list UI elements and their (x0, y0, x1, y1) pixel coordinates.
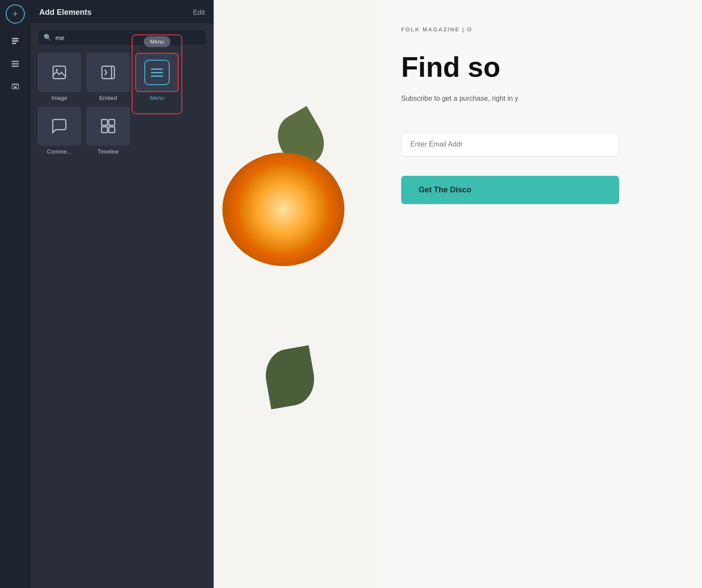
svg-rect-14 (109, 127, 115, 133)
orange-inner (240, 166, 327, 253)
menu-icon-box (135, 53, 179, 92)
leaf-decoration-2 (262, 345, 319, 409)
panel-header: Add Elements Edit (31, 0, 214, 23)
svg-rect-12 (109, 120, 115, 125)
svg-rect-1 (12, 40, 19, 42)
grid-row-2: Comme... Timeline (37, 106, 207, 155)
menu-line-3 (151, 75, 163, 77)
comments-icon-box (37, 106, 81, 146)
orange-slice-decoration (222, 153, 344, 266)
elements-grid: Image Embed Menu (31, 49, 214, 158)
grid-row-1: Image Embed Menu (37, 53, 207, 101)
svg-rect-2 (12, 43, 16, 44)
menu-tooltip: Menu (144, 36, 170, 47)
element-menu[interactable]: Menu Menu (135, 53, 179, 101)
magazine-label: FOLK MAGAZINE | O (401, 26, 676, 33)
search-icon: 🔍 (44, 34, 52, 41)
svg-rect-5 (12, 66, 19, 67)
svg-rect-9 (102, 66, 115, 79)
menu-line-2 (151, 72, 163, 73)
main-content: FOLK MAGAZINE | O Find so Subscribe to g… (214, 0, 702, 588)
design-icon[interactable] (7, 78, 24, 95)
element-image[interactable]: Image (37, 53, 81, 101)
headline: Find so (401, 52, 676, 82)
layers-icon[interactable] (7, 55, 24, 72)
svg-rect-3 (12, 61, 19, 62)
left-sidebar: + (0, 0, 31, 588)
edit-button[interactable]: Edit (193, 9, 205, 17)
embed-icon-box (86, 53, 130, 92)
search-bar: 🔍 (38, 30, 206, 45)
svg-rect-11 (102, 120, 107, 125)
image-icon-box (37, 53, 81, 92)
content-card: FOLK MAGAZINE | O Find so Subscribe to g… (375, 0, 702, 588)
pages-icon[interactable] (7, 32, 24, 50)
elements-panel: Add Elements Edit 🔍 Image (31, 0, 214, 588)
element-embed[interactable]: Embed (86, 53, 130, 101)
email-input[interactable] (410, 140, 610, 148)
embed-label: Embed (99, 95, 117, 101)
panel-title: Add Elements (39, 8, 92, 17)
svg-rect-7 (53, 66, 66, 79)
image-label: Image (51, 95, 67, 101)
subtext: Subscribe to get a purchase, right in y (401, 93, 619, 104)
get-disco-button[interactable]: Get The Disco (401, 176, 619, 204)
svg-rect-13 (102, 127, 107, 133)
svg-point-8 (56, 69, 58, 71)
svg-rect-6 (14, 86, 17, 88)
element-comments[interactable]: Comme... (37, 106, 81, 155)
menu-label: Menu (150, 95, 164, 101)
menu-icon-inner (144, 60, 170, 85)
svg-rect-0 (12, 38, 19, 40)
svg-rect-4 (12, 63, 19, 65)
element-timeline[interactable]: Timeline (86, 106, 130, 155)
add-element-button[interactable]: + (6, 4, 25, 24)
timeline-icon-box (86, 106, 130, 146)
timeline-label: Timeline (98, 148, 119, 155)
menu-line-1 (151, 68, 163, 70)
search-input[interactable] (55, 34, 201, 41)
comments-label: Comme... (47, 148, 72, 155)
email-input-wrapper (401, 132, 619, 157)
